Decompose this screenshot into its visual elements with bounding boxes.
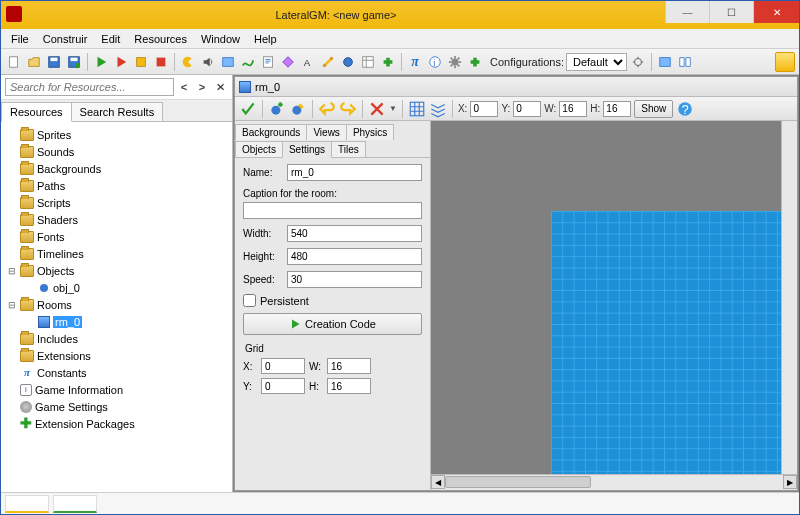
tree-fonts[interactable]: Fonts [37,231,65,243]
show-button[interactable]: Show [634,100,673,118]
tab-physics[interactable]: Physics [346,124,394,140]
caption-input[interactable] [243,202,422,219]
game-info-icon[interactable]: i [426,53,444,71]
speed-input[interactable] [287,271,422,288]
tree-paths[interactable]: Paths [37,180,65,192]
menu-file[interactable]: File [5,31,35,47]
compile-icon[interactable] [132,53,150,71]
name-input[interactable] [287,164,422,181]
tab-tiles[interactable]: Tiles [331,141,366,157]
font-icon[interactable]: A [299,53,317,71]
room-toolbar-icon[interactable] [359,53,377,71]
vertical-scrollbar[interactable] [781,121,797,474]
extension-icon[interactable] [379,53,397,71]
constants-icon[interactable]: π [406,53,424,71]
tree-game-info[interactable]: Game Information [35,384,123,396]
config-manage-icon[interactable] [629,53,647,71]
iso-grid-icon[interactable] [429,100,447,118]
preferences-icon[interactable] [656,53,674,71]
run-icon[interactable] [92,53,110,71]
coord-y-input[interactable] [513,101,541,117]
room-canvas[interactable] [431,121,797,474]
debug-icon[interactable] [112,53,130,71]
tree-obj0[interactable]: obj_0 [53,282,80,294]
menu-help[interactable]: Help [248,31,283,47]
packages-icon[interactable] [466,53,484,71]
grid-w-input[interactable] [327,358,371,374]
edit-object-icon[interactable] [289,100,307,118]
confirm-icon[interactable] [239,100,257,118]
expander-icon[interactable]: ⊟ [7,266,17,276]
grid-h-input[interactable] [327,378,371,394]
maximize-button[interactable]: ☐ [709,1,753,23]
tree-extension-packages[interactable]: Extension Packages [35,418,135,430]
horizontal-scrollbar[interactable]: ◀ ▶ [431,474,797,490]
open-icon[interactable] [25,53,43,71]
shader-icon[interactable] [279,53,297,71]
sound-icon[interactable] [199,53,217,71]
expander-icon[interactable]: ⊟ [7,300,17,310]
search-clear-icon[interactable]: ⨯ [212,79,228,95]
tree-scripts[interactable]: Scripts [37,197,71,209]
undo-icon[interactable] [318,100,336,118]
menu-window[interactable]: Window [195,31,246,47]
creation-code-button[interactable]: Creation Code [243,313,422,335]
coord-h-input[interactable] [603,101,631,117]
tree-game-settings[interactable]: Game Settings [35,401,108,413]
coord-w-input[interactable] [559,101,587,117]
grid-x-input[interactable] [261,358,305,374]
menu-edit[interactable]: Edit [95,31,126,47]
grid-y-input[interactable] [261,378,305,394]
stop-icon[interactable] [152,53,170,71]
script-icon[interactable] [259,53,277,71]
tab-views[interactable]: Views [306,124,347,140]
tab-resources[interactable]: Resources [1,102,72,122]
tree-constants[interactable]: Constants [37,367,87,379]
width-input[interactable] [287,225,422,242]
tree-objects[interactable]: Objects [37,265,74,277]
close-button[interactable]: ✕ [753,1,799,23]
delete-icon[interactable] [368,100,386,118]
save-icon[interactable] [45,53,63,71]
scroll-right-icon[interactable]: ▶ [783,475,797,489]
scroll-thumb[interactable] [445,476,591,488]
minimize-button[interactable]: — [665,1,709,23]
height-input[interactable] [287,248,422,265]
menu-construir[interactable]: Construir [37,31,94,47]
taskbar-item[interactable] [53,495,97,513]
tree-includes[interactable]: Includes [37,333,78,345]
menu-resources[interactable]: Resources [128,31,193,47]
timeline-icon[interactable] [319,53,337,71]
search-next-icon[interactable]: > [194,79,210,95]
enigma-button[interactable] [775,52,795,72]
tree-shaders[interactable]: Shaders [37,214,78,226]
settings-icon[interactable] [446,53,464,71]
tree-backgrounds[interactable]: Backgrounds [37,163,101,175]
persistent-checkbox[interactable] [243,294,256,307]
tab-search-results[interactable]: Search Results [71,102,164,121]
path-icon[interactable] [239,53,257,71]
object-icon[interactable] [339,53,357,71]
new-icon[interactable] [5,53,23,71]
search-prev-icon[interactable]: < [176,79,192,95]
tree-rooms[interactable]: Rooms [37,299,72,311]
tab-settings[interactable]: Settings [282,141,332,158]
tree-sprites[interactable]: Sprites [37,129,71,141]
manual-icon[interactable] [676,53,694,71]
taskbar-item[interactable] [5,495,49,513]
tree-timelines[interactable]: Timelines [37,248,84,260]
add-object-icon[interactable] [268,100,286,118]
save-as-icon[interactable] [65,53,83,71]
background-icon[interactable] [219,53,237,71]
tree-sounds[interactable]: Sounds [37,146,74,158]
pacman-icon[interactable] [179,53,197,71]
tree-rm0[interactable]: rm_0 [53,316,82,328]
grid-icon[interactable] [408,100,426,118]
tab-backgrounds[interactable]: Backgrounds [235,124,307,140]
resource-tree[interactable]: ▸Sprites ▸Sounds ▸Backgrounds ▸Paths ▸Sc… [1,122,232,492]
tab-objects[interactable]: Objects [235,141,283,157]
scroll-left-icon[interactable]: ◀ [431,475,445,489]
config-select[interactable]: Default [566,53,627,71]
tree-extensions[interactable]: Extensions [37,350,91,362]
help-icon[interactable]: ? [676,100,694,118]
